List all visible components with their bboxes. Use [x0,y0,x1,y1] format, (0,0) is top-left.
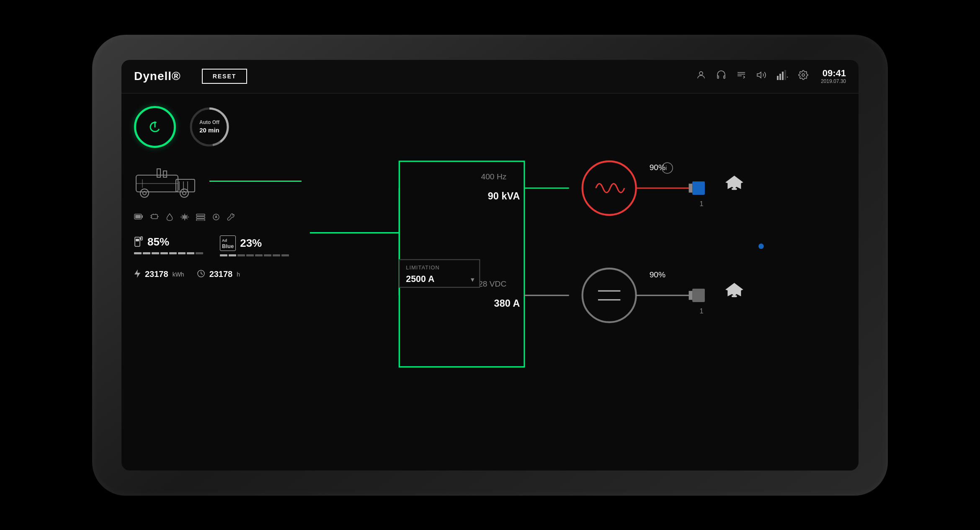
svg-rect-2 [724,76,725,78]
energy-stat: 23178 kWh [134,269,184,280]
right-panel: 400 Hz 90 kVA 28 VDC 380 A LIMITATI [310,102,846,462]
svg-text:28 VDC: 28 VDC [478,279,506,288]
svg-point-65 [583,269,636,322]
vehicle-icon [134,165,201,198]
tablet-device: Dynell® RESET [92,35,888,496]
svg-rect-40 [196,219,205,221]
svg-rect-77 [692,289,705,302]
svg-rect-83 [732,295,737,297]
volume-icon[interactable] [756,70,766,83]
svg-point-9 [802,74,805,76]
svg-rect-1 [717,76,719,78]
header-icons [696,70,808,83]
stats-row: 23178 kWh 23178 h [134,267,302,282]
svg-point-0 [699,72,703,75]
svg-text:90 kVA: 90 kVA [488,190,520,201]
svg-rect-6 [782,72,784,80]
oil-status-icon [166,213,173,223]
status-icons-row [134,211,302,225]
svg-text:▾: ▾ [471,276,475,284]
coolant-status-icon [180,213,189,222]
fuel-bar [134,252,203,254]
svg-rect-22 [163,171,167,177]
svg-rect-73 [689,184,693,192]
svg-rect-31 [152,215,157,219]
adblue-item: AdBlue 23% [220,235,289,256]
hours-stat: 23178 h [197,269,240,279]
svg-text:2500 A: 2500 A [406,274,434,284]
svg-rect-38 [196,214,205,216]
energy-unit: kWh [173,271,184,278]
connection-line [209,181,302,182]
alternator-status-icon [212,213,220,222]
reset-button[interactable]: RESET [202,69,248,84]
svg-marker-82 [725,283,743,296]
svg-marker-42 [215,215,217,218]
svg-rect-44 [136,239,139,241]
wrench-status-icon [227,213,235,222]
fuel-item: 85% [134,235,203,254]
filter-status-icon [196,213,205,222]
time-display: 09:41 [821,68,846,78]
svg-text:400 Hz: 400 Hz [481,172,507,181]
svg-rect-76 [689,291,693,300]
svg-rect-21 [157,169,160,177]
headset-icon[interactable] [716,70,726,83]
svg-text:90%: 90% [650,270,665,279]
svg-rect-74 [692,181,705,195]
svg-rect-4 [777,76,779,80]
svg-point-17 [140,189,149,197]
svg-marker-3 [757,72,761,78]
main-content: Auto Off 20 min [121,93,859,471]
adblue-icon: AdBlue [220,235,236,251]
hours-unit: h [237,271,240,278]
signal-icon[interactable] [776,70,788,83]
clock-icon [197,269,205,279]
settings-icon[interactable] [798,70,808,83]
header-time: 09:41 2019.07.30 [821,68,846,84]
vehicle-area [134,160,302,202]
svg-rect-46 [141,237,142,240]
alerts-icon[interactable] [736,70,746,83]
left-panel: Auto Off 20 min [134,102,302,462]
fuel-icon [134,235,143,249]
power-row: Auto Off 20 min [134,102,302,152]
svg-text:380 A: 380 A [494,297,520,308]
engine-status-icon [150,213,159,222]
svg-rect-8 [787,77,788,78]
diagram-container: 400 Hz 90 kVA 28 VDC 380 A LIMITATI [310,102,846,462]
svg-text:1: 1 [699,199,703,207]
fuel-row: 85% [134,233,302,259]
svg-text:1: 1 [699,307,703,315]
svg-marker-80 [725,176,743,189]
svg-rect-30 [135,215,141,218]
power-icon [147,119,163,135]
energy-value: 23178 [145,269,168,279]
user-icon[interactable] [696,70,706,83]
fuel-percentage: 85% [147,235,169,248]
svg-line-50 [201,274,203,274]
svg-marker-47 [134,269,140,278]
auto-off-control[interactable]: Auto Off 20 min [188,106,230,148]
date-display: 2019.07.30 [821,78,846,84]
svg-rect-29 [142,215,143,218]
adblue-bar [220,254,289,256]
auto-off-label: Auto Off 20 min [199,119,219,134]
svg-rect-5 [779,74,781,80]
svg-rect-43 [135,237,140,246]
svg-text:LIMITATION: LIMITATION [406,264,440,271]
svg-rect-81 [732,188,737,190]
logo: Dynell® [134,70,181,83]
svg-rect-16 [176,179,195,192]
tablet-screen: Dynell® RESET [121,60,859,471]
hours-value: 23178 [209,269,233,279]
power-button[interactable] [134,106,176,148]
svg-text:i: i [665,164,667,171]
energy-icon [134,269,141,280]
svg-rect-7 [784,70,786,80]
header: Dynell® RESET [121,60,859,93]
adblue-percentage: 23% [240,237,262,250]
svg-point-64 [583,161,636,215]
svg-point-19 [180,189,188,197]
logo-text: Dynell [134,70,172,83]
